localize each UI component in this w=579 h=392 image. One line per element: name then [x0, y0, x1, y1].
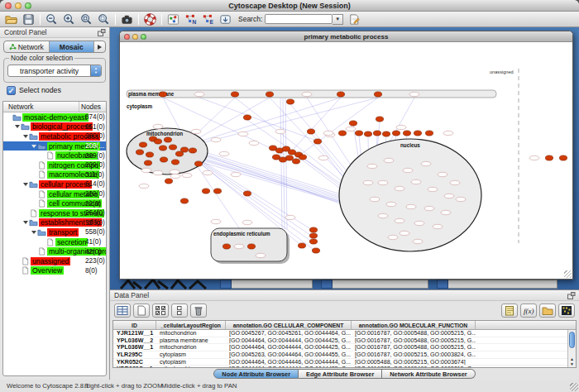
network-node-small[interactable]: [400, 231, 409, 235]
float-panel-icon[interactable]: [98, 29, 106, 37]
network-node-small[interactable]: [323, 131, 333, 135]
network-node-small[interactable]: [363, 180, 373, 184]
network-node-red[interactable]: [309, 239, 317, 244]
edge-attribute-editor-button[interactable]: E: [199, 12, 217, 26]
network-node-small[interactable]: [396, 125, 406, 129]
tree-item[interactable]: multi-organism pro42(0): [3, 246, 106, 256]
network-node-red[interactable]: [243, 191, 251, 196]
network-node-red[interactable]: [312, 248, 319, 253]
tree-item[interactable]: biological_process651(0): [3, 122, 106, 132]
attribute-heatmap-button[interactable]: [558, 304, 575, 318]
function-builder-button[interactable]: f(x): [520, 304, 537, 318]
network-node-red[interactable]: [309, 227, 317, 232]
new-attribute-button[interactable]: [133, 304, 150, 318]
network-node-small[interactable]: [182, 173, 192, 177]
network-node-small[interactable]: [170, 170, 179, 174]
open-file-button[interactable]: [2, 12, 20, 26]
network-node-red[interactable]: [154, 139, 161, 144]
network-node-red[interactable]: [223, 244, 230, 249]
network-node-small[interactable]: [153, 170, 163, 174]
network-node-red[interactable]: [374, 92, 381, 97]
tree-item[interactable]: Overview8(0): [3, 266, 106, 276]
tree-item[interactable]: establishment of lo558(0): [3, 218, 106, 228]
minimize-button[interactable]: [132, 34, 138, 40]
network-node-small[interactable]: [211, 219, 221, 223]
network-node-red[interactable]: [309, 233, 317, 238]
tree-column-nodes[interactable]: Nodes: [79, 102, 106, 112]
delete-attribute-button[interactable]: [190, 304, 207, 318]
network-node-small[interactable]: [441, 210, 451, 214]
network-node-small[interactable]: [302, 92, 312, 96]
network-node-red[interactable]: [247, 244, 255, 249]
network-node-small[interactable]: [403, 168, 413, 172]
network-node-red[interactable]: [298, 243, 305, 248]
network-node-small[interactable]: [211, 137, 221, 141]
network-node-small[interactable]: [433, 224, 443, 228]
table-row[interactable]: YDR039C__1mitochondrion[GO:0044464, GO:0…: [113, 366, 567, 367]
network-node-small[interactable]: [438, 172, 447, 176]
select-nodes-checkbox[interactable]: ✓: [7, 86, 16, 95]
network-node-small[interactable]: [450, 180, 460, 184]
network-node-red[interactable]: [164, 137, 171, 142]
disclosure-slot[interactable]: [14, 125, 21, 128]
network-node-small[interactable]: [378, 180, 388, 184]
tree-column-network[interactable]: Network: [3, 102, 79, 112]
search-dropdown-button[interactable]: ▼: [333, 14, 343, 25]
network-node-red[interactable]: [165, 179, 172, 184]
zoom-fit-button[interactable]: [78, 12, 95, 26]
tree-item[interactable]: nitrogen compo209(0): [3, 160, 106, 170]
network-node-red[interactable]: [169, 145, 176, 150]
annotation-filter-button[interactable]: [217, 12, 234, 26]
network-node-small[interactable]: [318, 155, 328, 160]
tab-network-attribute-browser[interactable]: Network Attribute Browser: [382, 369, 475, 379]
zoom-selected-button[interactable]: [95, 12, 112, 26]
table-scrollbar[interactable]: ▲▼: [567, 330, 576, 367]
plugin-manager-button[interactable]: [346, 12, 363, 26]
network-node-red[interactable]: [139, 142, 146, 147]
network-node-small[interactable]: [219, 151, 229, 155]
network-node-red[interactable]: [338, 131, 346, 136]
table-row[interactable]: YKR052Ccytoplasm[GO:0044464, GO:0044446,…: [113, 359, 567, 366]
network-node-small[interactable]: [370, 197, 380, 201]
network-view-window[interactable]: primary metabolic process plasma membran…: [119, 31, 573, 280]
tree-item[interactable]: secretion41(0): [3, 237, 106, 247]
network-node-small[interactable]: [411, 179, 421, 184]
node-color-combobox[interactable]: transporter activity ▴▾: [7, 65, 102, 77]
network-node-red[interactable]: [392, 131, 400, 136]
snapshot-button[interactable]: [118, 12, 136, 26]
tree-item[interactable]: mosaic-demo-yeast874(0): [3, 112, 106, 122]
network-node-small[interactable]: [456, 197, 466, 201]
node-attribute-editor-button[interactable]: N: [182, 12, 199, 26]
network-node-red[interactable]: [160, 157, 167, 162]
close-button[interactable]: [5, 2, 12, 9]
network-node-small[interactable]: [406, 204, 416, 208]
network-node-small[interactable]: [421, 161, 431, 165]
network-node-red[interactable]: [159, 92, 166, 97]
network-node-small[interactable]: [139, 184, 149, 188]
network-node-small[interactable]: [242, 220, 252, 224]
network-node-red[interactable]: [559, 155, 567, 160]
zoom-button[interactable]: [141, 34, 146, 40]
network-node-small[interactable]: [414, 221, 424, 225]
network-node-small[interactable]: [443, 131, 453, 135]
scrollbar-thumb[interactable]: [569, 332, 575, 348]
network-node-red[interactable]: [171, 160, 179, 165]
tree-item[interactable]: primary metabo209(...: [3, 141, 106, 151]
vizmapper-button[interactable]: [165, 12, 182, 26]
network-node-small[interactable]: [424, 206, 434, 210]
network-node-small[interactable]: [529, 155, 539, 160]
network-node-small[interactable]: [141, 168, 151, 172]
network-node-red[interactable]: [292, 159, 299, 164]
network-node-red[interactable]: [382, 131, 390, 136]
network-node-red[interactable]: [376, 117, 383, 122]
network-node-small[interactable]: [378, 213, 388, 218]
tree-item[interactable]: cellular process614(0): [3, 179, 106, 189]
network-node-small[interactable]: [285, 215, 295, 219]
float-panel-icon[interactable]: [567, 292, 576, 300]
network-canvas[interactable]: plasma membrane cytoplasm mitochondrion …: [120, 42, 572, 279]
disclosure-slot[interactable]: [22, 135, 29, 138]
network-node-red[interactable]: [299, 155, 306, 160]
tree-item[interactable]: transport558(0): [3, 227, 106, 237]
network-node-small[interactable]: [386, 202, 396, 206]
close-button[interactable]: [124, 34, 130, 40]
